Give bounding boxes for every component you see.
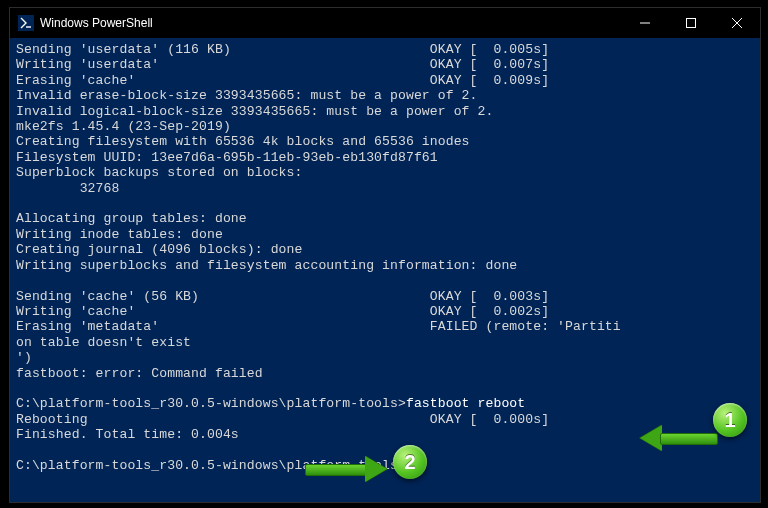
output-line: Writing inode tables: done [16, 227, 223, 242]
output-line: Erasing 'metadata' FAILED (remote: 'Part… [16, 319, 621, 334]
prompt: C:\platform-tools_r30.0.5-windows\platfo… [16, 396, 406, 411]
output-line: Writing superblocks and filesystem accou… [16, 258, 517, 273]
output-line: mke2fs 1.45.4 (23-Sep-2019) [16, 119, 231, 134]
output-line: Rebooting OKAY [ 0.000s] [16, 412, 549, 427]
annotation-badge-2: 2 [393, 445, 427, 479]
window-controls [622, 8, 760, 38]
output-line: Allocating group tables: done [16, 211, 247, 226]
output-line: Sending 'userdata' (116 KB) OKAY [ 0.005… [16, 42, 549, 57]
close-button[interactable] [714, 8, 760, 38]
output-line: Superblock backups stored on blocks: [16, 165, 302, 180]
output-line: Creating filesystem with 65536 4k blocks… [16, 134, 470, 149]
output-line: Finished. Total time: 0.004s [16, 427, 239, 442]
output-line: Writing 'userdata' OKAY [ 0.007s] [16, 57, 549, 72]
powershell-icon [18, 15, 34, 31]
titlebar[interactable]: Windows PowerShell [10, 8, 760, 38]
output-line: Creating journal (4096 blocks): done [16, 242, 302, 257]
maximize-button[interactable] [668, 8, 714, 38]
output-line: Invalid erase-block-size 3393435665: mus… [16, 88, 478, 103]
output-line: Filesystem UUID: 13ee7d6a-695b-11eb-93eb… [16, 150, 438, 165]
command-input: fastboot reboot [406, 396, 525, 411]
output-line: on table doesn't exist [16, 335, 191, 350]
output-line: 32768 [16, 181, 119, 196]
output-line: Invalid logical-block-size 3393435665: m… [16, 104, 493, 119]
output-line: Sending 'cache' (56 KB) OKAY [ 0.003s] [16, 289, 549, 304]
output-line: Writing 'cache' OKAY [ 0.002s] [16, 304, 549, 319]
output-line: ') [16, 350, 32, 365]
output-line: fastboot: error: Command failed [16, 366, 263, 381]
window-title: Windows PowerShell [40, 16, 622, 30]
annotation-badge-1: 1 [713, 403, 747, 437]
svg-rect-1 [687, 19, 696, 28]
output-line: Erasing 'cache' OKAY [ 0.009s] [16, 73, 549, 88]
minimize-button[interactable] [622, 8, 668, 38]
